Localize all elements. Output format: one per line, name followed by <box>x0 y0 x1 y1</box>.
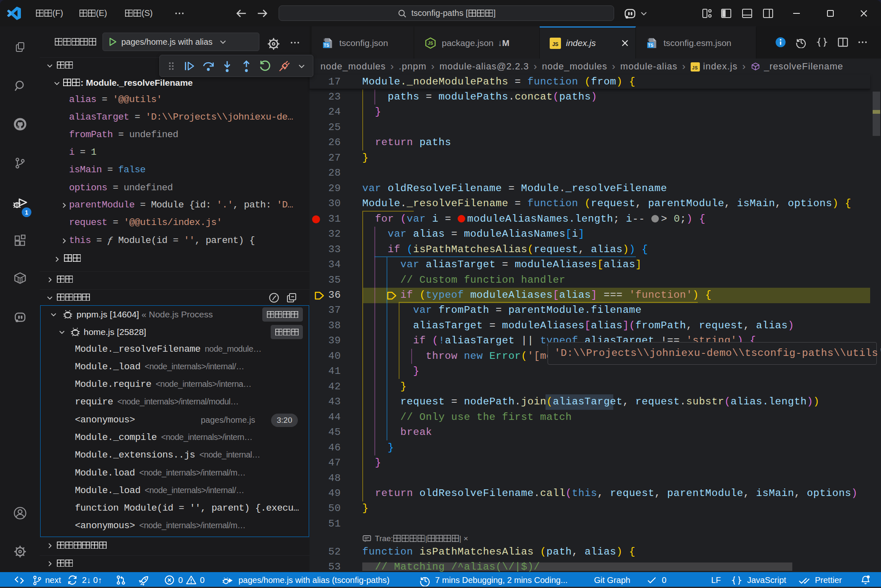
svg-text:JS: JS <box>428 41 433 46</box>
svg-text:TS: TS <box>324 43 329 48</box>
svg-text:TS: TS <box>648 43 653 48</box>
